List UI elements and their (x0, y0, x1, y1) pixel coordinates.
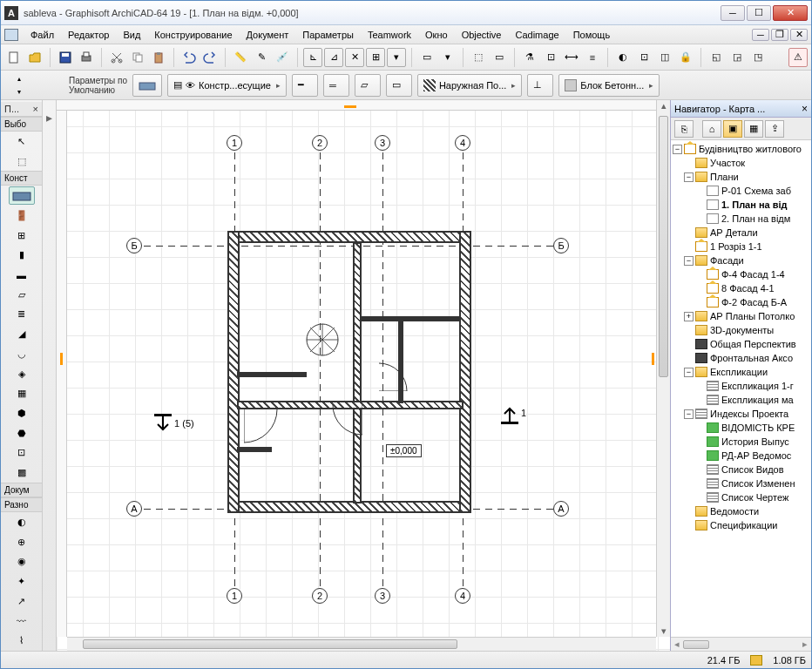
door-tool[interactable]: 🚪 (9, 206, 35, 225)
snap-drop-button[interactable]: ▾ (387, 48, 406, 67)
section-button[interactable]: ▭ (490, 48, 509, 67)
shell-tool[interactable]: ◡ (9, 345, 35, 363)
nav-tab-view[interactable]: ▣ (723, 120, 742, 138)
snap-int-button[interactable]: ✕ (345, 48, 364, 67)
measure-button[interactable]: 📏 (231, 48, 250, 67)
mesh-tool[interactable]: ▩ (9, 463, 35, 482)
more-6[interactable]: 〰 (9, 612, 35, 630)
mdi-close[interactable]: ✕ (790, 29, 808, 41)
skylight-tool[interactable]: ◈ (9, 365, 35, 383)
mdi-restore[interactable]: ❐ (771, 29, 788, 41)
column-tool[interactable]: ▮ (9, 247, 35, 265)
vertical-scrollbar[interactable]: ▴ ▾ (656, 100, 670, 637)
3d-button[interactable]: ⬚ (469, 48, 488, 67)
minimize-button[interactable]: ─ (721, 5, 745, 21)
close-button[interactable]: ✕ (773, 5, 808, 21)
geometry-3[interactable]: ▱ (355, 74, 381, 97)
more-2[interactable]: ⊕ (9, 533, 35, 551)
zone-tool[interactable]: ⊡ (9, 444, 35, 463)
more-4[interactable]: ✦ (9, 572, 35, 591)
new-button[interactable] (4, 48, 24, 67)
open-button[interactable] (25, 48, 44, 67)
stair-tool[interactable]: ≣ (9, 306, 35, 324)
beam-tool[interactable]: ▬ (9, 266, 35, 284)
fit-button[interactable]: ▭ (417, 48, 436, 67)
menu-cadimage[interactable]: Cadimage (508, 27, 565, 43)
suspend-button[interactable]: ◐ (613, 48, 633, 67)
more-5[interactable]: ↗ (9, 592, 35, 611)
more-3[interactable]: ◉ (9, 552, 35, 571)
menu-document[interactable]: Документ (240, 27, 296, 43)
wall-mode-button[interactable] (132, 74, 162, 97)
undo-button[interactable] (179, 48, 199, 67)
paste-button[interactable] (149, 48, 168, 67)
menu-objective[interactable]: Objective (455, 27, 509, 43)
snap-grid-button[interactable]: ⊞ (366, 48, 385, 67)
nav-tab-publish[interactable]: ⇪ (765, 120, 784, 138)
mdi-minimize[interactable]: ─ (752, 29, 769, 41)
geometry-1[interactable]: ━ (292, 74, 318, 97)
canvas[interactable]: 1 2 3 4 1 2 3 4 Б Б А А (57, 100, 670, 651)
hide-button[interactable]: ◲ (727, 48, 747, 67)
object-tool[interactable]: ⬣ (9, 424, 35, 443)
filter-button[interactable]: ⚗ (520, 48, 539, 67)
menu-file[interactable]: Файл (24, 27, 61, 43)
toolbox-collapse-up[interactable]: ▴ (17, 75, 31, 83)
material-select[interactable]: Блок Бетонн... ▸ (558, 74, 660, 97)
group-button[interactable]: ⊡ (634, 48, 653, 67)
toolbox-collapse-down[interactable]: ▾ (17, 88, 31, 96)
menu-view[interactable]: Вид (116, 27, 147, 43)
show-button[interactable]: ◱ (707, 48, 726, 67)
slab-tool[interactable]: ▱ (9, 286, 35, 304)
snap-end-button[interactable]: ⊾ (303, 48, 322, 67)
svg-rect-0 (10, 52, 17, 63)
isolate-button[interactable]: ◳ (748, 48, 768, 67)
horizontal-scrollbar[interactable] (67, 637, 656, 651)
layers-button[interactable]: ≡ (583, 48, 602, 67)
curtain-tool[interactable]: ▦ (9, 384, 35, 402)
trace-button[interactable]: ⊡ (541, 48, 560, 67)
redo-button[interactable] (200, 48, 220, 67)
surface-select[interactable]: Наружная По... ▸ (417, 74, 522, 97)
layer-select[interactable]: ▤ 👁 Констр...есущие ▸ (167, 74, 287, 97)
options-button[interactable]: ▾ (438, 48, 457, 67)
more-7[interactable]: ⌇ (9, 632, 35, 650)
eyedrop-button[interactable]: 💉 (273, 48, 292, 67)
geometry-4[interactable]: ▭ (386, 74, 412, 97)
dim-button[interactable]: ⟷ (562, 48, 581, 67)
warning-button[interactable]: ⚠ (788, 48, 808, 67)
menu-window[interactable]: Окно (418, 27, 455, 43)
copy-button[interactable] (128, 48, 147, 67)
nav-tab-layout[interactable]: ▦ (744, 120, 763, 138)
geometry-2[interactable]: ═ (323, 74, 349, 97)
fav-expand[interactable]: ▸ (43, 100, 56, 135)
wall-tool[interactable] (9, 186, 35, 205)
wand-button[interactable]: ✎ (252, 48, 271, 67)
cut-button[interactable] (107, 48, 126, 67)
navigator-close[interactable]: × (802, 103, 808, 115)
nav-tab-project[interactable]: ⎘ (674, 120, 694, 138)
more-1[interactable]: ◐ (9, 513, 35, 531)
morph-tool[interactable]: ⬢ (9, 404, 35, 422)
menu-teamwork[interactable]: Teamwork (361, 27, 418, 43)
lock-button[interactable]: 🔒 (676, 48, 695, 67)
save-button[interactable] (56, 48, 75, 67)
menu-params[interactable]: Параметры (295, 27, 361, 43)
navigator-tree[interactable]: −Будівництво житлового Участок −Плани Р-… (671, 140, 811, 637)
ungroup-button[interactable]: ◫ (655, 48, 674, 67)
menu-editor[interactable]: Редактор (61, 27, 116, 43)
maximize-button[interactable]: ☐ (747, 5, 771, 21)
window-tool[interactable]: ⊞ (9, 226, 35, 245)
snap-mid-button[interactable]: ⊿ (324, 48, 343, 67)
toolbox-close[interactable]: × (33, 104, 38, 114)
menu-help[interactable]: Помощь (566, 27, 618, 43)
marquee-tool[interactable]: ⬚ (9, 152, 35, 171)
arrow-tool[interactable]: ↖ (9, 132, 35, 151)
mdi-icon[interactable] (4, 29, 18, 41)
menu-construct[interactable]: Конструирование (147, 27, 239, 43)
nav-hscroll[interactable]: ◂ ▸ (671, 637, 811, 651)
roof-tool[interactable]: ◢ (9, 325, 35, 343)
nav-tab-home[interactable]: ⌂ (702, 120, 721, 138)
profile-button[interactable]: ⊥ (527, 74, 553, 97)
print-button[interactable] (77, 48, 96, 67)
